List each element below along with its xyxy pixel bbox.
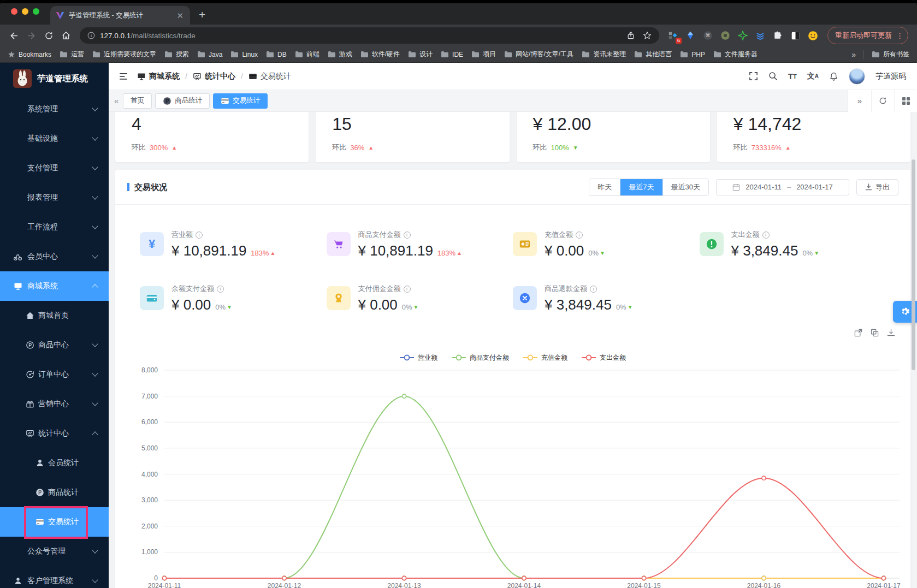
export-button[interactable]: 导出 [856, 179, 898, 195]
date-range-picker[interactable]: 2024-01-11 – 2024-01-17 [716, 179, 849, 195]
bookmark-folder[interactable]: DB [266, 51, 287, 58]
bookmark-star-icon[interactable] [643, 31, 652, 40]
info-icon[interactable]: i [404, 231, 411, 239]
sidebar-item-order-center[interactable]: 订单中心 [0, 360, 109, 389]
breadcrumb-mall-system[interactable]: 商城系统 [137, 72, 180, 81]
ext-emoji-icon[interactable] [806, 29, 819, 42]
new-tab-button[interactable]: + [199, 8, 205, 21]
bookmark-folder[interactable]: 搜索 [164, 50, 189, 59]
legend-item[interactable]: 商品支付金额 [452, 353, 509, 363]
bookmark-folder[interactable]: 近期需要读的文章 [92, 50, 156, 59]
bookmark-folder[interactable]: 文件服务器 [713, 50, 758, 59]
info-icon[interactable]: i [590, 286, 597, 293]
range-button[interactable]: 最近7天 [620, 179, 662, 195]
ext-contrast-icon[interactable] [789, 29, 802, 42]
sidebar-item-member-statistics[interactable]: 会员统计 [0, 448, 109, 478]
language-icon[interactable]: 文A [807, 72, 819, 81]
sidebar-item-mall-system[interactable]: 商城系统 [0, 271, 109, 301]
bookmark-folder[interactable]: 网站/博客/文章/工具 [504, 50, 573, 59]
bookmark-folder[interactable]: Linux [230, 51, 258, 58]
extensions-puzzle-icon[interactable] [771, 29, 784, 42]
bookmark-folder[interactable]: 运营 [60, 50, 84, 59]
bookmarks-root[interactable]: Bookmarks [8, 51, 51, 58]
date-start[interactable]: 2024-01-11 [746, 183, 782, 191]
bookmark-folder[interactable]: 其他语言 [634, 50, 672, 59]
bookmark-folder[interactable]: PHP [680, 51, 705, 58]
sidebar-item-report-management[interactable]: 报表管理 [0, 183, 109, 212]
app-logo-row[interactable]: 芋道管理系统 [0, 63, 109, 94]
fullscreen-icon[interactable] [749, 72, 758, 81]
info-icon[interactable]: i [576, 231, 583, 239]
home-icon[interactable] [58, 27, 74, 44]
refresh-page-icon[interactable] [871, 90, 894, 112]
sidebar-item-workflow[interactable]: 工作流程 [0, 212, 109, 242]
info-icon[interactable]: i [762, 231, 770, 239]
save-image-icon[interactable] [887, 329, 895, 337]
restore-chart-icon[interactable] [854, 329, 862, 337]
bookmark-folder[interactable]: Java [197, 51, 222, 58]
search-icon[interactable] [768, 72, 778, 81]
forward-icon[interactable] [23, 27, 39, 44]
all-bookmarks[interactable]: 所有书签 [872, 50, 909, 59]
sidebar-item-marketing-center[interactable]: 营销中心 [0, 389, 109, 419]
close-window-button[interactable] [11, 8, 17, 15]
bookmark-folder[interactable]: 设计 [408, 50, 433, 59]
info-icon[interactable]: i [404, 286, 411, 293]
sidebar-item-official-account[interactable]: 公众号管理 [0, 537, 109, 566]
reload-icon[interactable] [40, 27, 57, 44]
tab-home[interactable]: 首页 [123, 93, 152, 109]
ext-kite-icon[interactable] [684, 29, 697, 42]
sidebar-item-customer-management[interactable]: 客户管理系统 [0, 566, 109, 588]
sidebar-item-mall-home[interactable]: 商城首页 [0, 301, 109, 330]
breadcrumb-trade-statistics[interactable]: 交易统计 [249, 72, 291, 81]
minimize-window-button[interactable] [22, 8, 28, 15]
layout-grid-icon[interactable] [894, 90, 917, 112]
legend-item[interactable]: 支出金额 [582, 353, 626, 363]
page-scrollbar-thumb[interactable] [912, 159, 915, 370]
sidebar-item-statistics-center[interactable]: 统计中心 [0, 419, 109, 448]
sidebar-item-system-management[interactable]: 系统管理 [0, 94, 109, 124]
ext-blocks-icon[interactable]: 6 [666, 29, 679, 42]
ext-cmd-icon[interactable]: ⌘ [701, 29, 714, 42]
ext-star-icon[interactable] [736, 29, 749, 42]
username[interactable]: 芋道源码 [875, 72, 906, 81]
tabs-scroll-right-icon[interactable]: » [848, 90, 871, 112]
range-button[interactable]: 昨天 [589, 179, 620, 195]
tab-close-icon[interactable]: ✕ [175, 11, 185, 20]
back-icon[interactable] [5, 27, 22, 44]
sidebar-item-payment-management[interactable]: 支付管理 [0, 153, 109, 183]
bookmark-folder[interactable]: 游戏 [328, 50, 352, 59]
bookmark-folder[interactable]: 软件/硬件 [360, 50, 400, 59]
tab-product-statistics[interactable]: 商品统计 [155, 93, 210, 109]
browser-tab[interactable]: 芋道管理系统 - 交易统计 ✕ [50, 6, 190, 25]
font-size-icon[interactable]: TT [788, 72, 797, 81]
sidebar-item-trade-statistics[interactable]: 交易统计 [0, 507, 109, 537]
range-button[interactable]: 最近30天 [662, 179, 708, 195]
info-icon[interactable]: i [196, 231, 203, 239]
info-icon[interactable]: i [217, 286, 224, 293]
user-avatar[interactable] [849, 68, 865, 85]
site-info-icon[interactable] [87, 32, 95, 39]
date-end[interactable]: 2024-01-17 [796, 183, 833, 191]
notifications-bell-icon[interactable] [829, 72, 838, 81]
data-view-icon[interactable] [871, 329, 879, 337]
url-bar[interactable]: 127.0.0.1/mall/statistics/trade [80, 27, 659, 44]
bookmarks-overflow-icon[interactable]: » [851, 50, 856, 59]
sidebar-item-infrastructure[interactable]: 基础设施 [0, 124, 109, 153]
bookmark-folder[interactable]: 项目 [471, 50, 496, 59]
ext-olive-icon[interactable] [719, 29, 732, 42]
tab-trade-statistics[interactable]: 交易统计 [213, 93, 268, 109]
share-icon[interactable] [626, 31, 635, 40]
ext-layers-icon[interactable] [754, 29, 767, 42]
collapse-sidebar-icon[interactable] [120, 73, 128, 80]
browser-update-button[interactable]: 重新启动即可更新 ⋮ [827, 27, 908, 44]
breadcrumb-statistics-center[interactable]: 统计中心 [193, 72, 235, 81]
maximize-window-button[interactable] [33, 8, 39, 15]
browser-menu-icon[interactable]: ⋮ [896, 32, 903, 40]
legend-item[interactable]: 充值金额 [523, 353, 567, 363]
bookmark-folder[interactable]: 资讯未整理 [582, 50, 626, 59]
bookmark-folder[interactable]: IDE [441, 51, 463, 58]
sidebar-item-product-statistics[interactable]: 商品统计 [0, 478, 109, 507]
tabs-scroll-left-icon[interactable]: « [114, 96, 119, 105]
bookmark-folder[interactable]: 前端 [295, 50, 320, 59]
